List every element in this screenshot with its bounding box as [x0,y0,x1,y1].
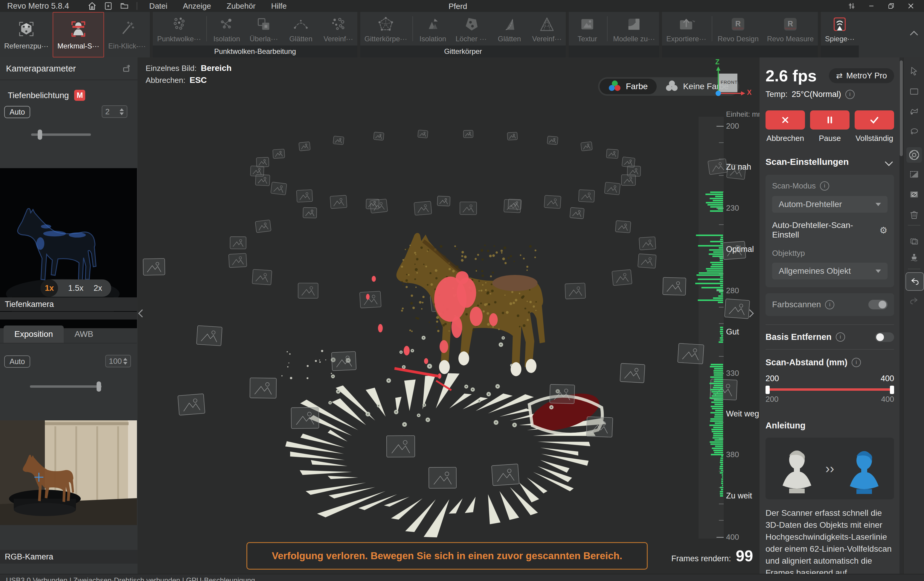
color-on-button[interactable]: Farbe [599,79,657,94]
color-scan-label: Farbscannen [772,300,821,310]
lasso-select-icon[interactable] [909,126,919,137]
menu-datei[interactable]: Datei [142,2,175,11]
viewport-3d[interactable] [137,58,754,581]
color-scan-toggle[interactable] [868,300,888,310]
temp-info-icon[interactable] [845,90,855,99]
device-badge[interactable]: ⇄ MetroY Pro [829,68,894,83]
menu-hilfe[interactable]: Hilfe [264,2,295,11]
tab-awb[interactable]: AWB [64,326,104,343]
toolbar-group-mesh: Gitterkörpe··· Isolation Löcher ··· Glät… [360,12,566,58]
pause-scan-button[interactable]: Pause [810,110,850,143]
range-min-handle[interactable] [766,386,770,394]
brush-icon[interactable] [909,253,919,263]
toolbar-button-revo-design[interactable]: RDESIGN Revo Design [713,12,763,45]
stepper-down-icon[interactable] [120,113,124,115]
duplicate-icon[interactable] [909,236,919,247]
scrollbar-thumb[interactable] [900,60,903,156]
right-panel-scrollbar[interactable] [899,58,903,581]
remove-base-toggle[interactable] [875,333,894,342]
menu-anzeige[interactable]: Anzeige [175,2,219,11]
guide-title: Anleitung [766,420,894,430]
undo-button[interactable] [906,272,924,291]
pause-icon [825,115,835,125]
zoom-1-5x-button[interactable]: 1.5x [68,284,83,293]
depth-exposure-slider[interactable] [31,133,91,136]
range-max-handle[interactable] [890,386,894,394]
toolbar-button-isolation-mesh[interactable]: Isolation [414,12,451,45]
scan-mode-info-icon[interactable] [820,181,829,190]
zoom-2x-button[interactable]: 2x [94,284,102,293]
toolbar-button-revo-measure[interactable]: RMeasure Revo Measure [763,12,818,45]
popout-icon[interactable] [122,64,132,73]
deselect-icon[interactable] [909,189,919,200]
scan-distance-info-icon[interactable] [851,358,861,367]
hint-cancel: Abbrechen: ESC [146,75,207,85]
toolbar-button-loecher[interactable]: Löcher ··· [451,12,491,45]
new-project-icon[interactable] [103,1,113,11]
stepper-up-icon[interactable] [123,358,127,361]
stepper-up-icon[interactable] [120,108,124,111]
close-icon[interactable] [903,1,919,11]
exposure-auto-button[interactable]: Auto [4,356,30,368]
axis-gizmo[interactable]: Z X FRONT [708,60,753,102]
magic-wand-icon [119,20,136,38]
scan-settings-header[interactable]: Scan-Einstellungen [766,157,894,167]
toolbar-button-vereinfachen-punkte[interactable]: Vereinf··· [319,12,357,45]
toolbar-button-isolation-punkte[interactable]: Isolation [208,12,245,45]
exposure-slider-knob[interactable] [97,381,101,392]
fingerprint-select-icon[interactable] [906,147,922,163]
toolbar-button-ueberlappung[interactable]: Überla··· [245,12,282,45]
stepper-down-icon[interactable] [123,362,127,365]
color-scan-card: Farbscannen [766,293,894,316]
camera-parameters-title: Kameraparameter [6,64,76,74]
preferences-icon[interactable] [844,1,860,11]
menu-zubehoer[interactable]: Zubehör [219,2,264,11]
tab-exposition[interactable]: Exposition [3,326,64,343]
zone-optimal: Optimal [726,245,754,254]
trash-icon[interactable] [909,209,919,220]
home-icon[interactable] [87,1,97,11]
toolbar-button-glaetten-mesh[interactable]: Glätten [491,12,528,45]
select-caret-icon [876,203,881,206]
toolbar-button-vereinfachen-mesh[interactable]: Vereinf··· [528,12,566,45]
cancel-x-icon [780,115,790,125]
toolbar-button-gitterkoerper[interactable]: Gitterkörpe··· [360,12,411,45]
turntable-settings-row[interactable]: Auto-Drehteller-Scan-Einstell ⚙ [772,220,888,240]
toolbar-collapse-icon[interactable] [910,31,918,39]
polygon-select-icon[interactable] [909,106,919,117]
exposure-stepper[interactable]: 100 [105,355,131,367]
toolbar-button-exportieren[interactable]: Exportiere··· [662,12,710,45]
complete-scan-button[interactable]: Vollständig [855,110,894,143]
zoom-1x-button[interactable]: 1x [41,280,58,297]
cancel-scan-button[interactable]: Abbrechen [766,110,805,143]
toolbar-button-ein-klick[interactable]: Ein-Klick-··· [104,12,150,58]
depth-camera-label: Tiefenkamera [0,297,147,311]
toolbar-button-modelle-zusammenfuehren[interactable]: Modelle zu··· [609,12,659,45]
hint-single-frame: Einzelnes Bild: Bereich [146,63,231,73]
restore-icon[interactable] [883,1,899,11]
depth-exposure-slider-knob[interactable] [38,129,42,140]
redo-icon[interactable] [909,296,919,306]
depth-exposure-stepper[interactable]: 2 [102,105,127,118]
gizmo-front-label: FRONT [721,79,738,84]
exposure-slider[interactable] [30,385,102,388]
open-folder-icon[interactable] [119,1,129,11]
toolbar-button-glaetten-punkte[interactable]: Glätten [282,12,319,45]
minimize-icon[interactable] [864,1,879,11]
toolbar-button-merkmal-scan[interactable]: Merkmal-S··· [53,12,104,58]
color-scan-info-icon[interactable] [825,300,834,310]
toolbar-button-punktwolke[interactable]: Punktwolke··· [153,12,205,45]
cursor-tool-icon[interactable] [909,66,919,76]
toolbar-button-spiegeln[interactable]: Spiege··· [821,12,859,45]
depth-auto-button[interactable]: Auto [4,106,30,118]
scan-distance-slider[interactable] [766,385,894,394]
rectangle-select-icon[interactable] [909,86,919,97]
scan-mode-select[interactable]: Autom-Drehteller [772,196,888,213]
remove-base-info-icon[interactable] [836,333,845,342]
object-type-select[interactable]: Allgemeines Objekt [772,263,888,280]
tick-230: 230 [726,204,739,213]
plane-cut-icon[interactable] [909,169,919,179]
toolbar-button-referenzpunkte[interactable]: Referenzpu··· [0,12,53,58]
gear-icon[interactable]: ⚙ [879,225,888,235]
toolbar-button-textur[interactable]: Textur [569,12,606,45]
